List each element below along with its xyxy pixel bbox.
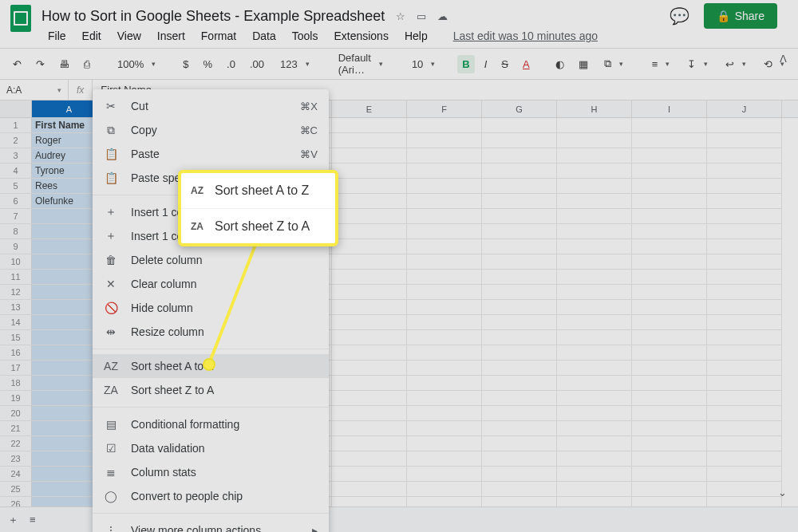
cell[interactable] [482, 391, 557, 406]
cell[interactable] [407, 451, 482, 467]
cell[interactable] [632, 239, 707, 254]
cell[interactable] [332, 209, 407, 224]
borders-button[interactable]: ▦ [574, 55, 593, 73]
cell[interactable] [482, 345, 557, 361]
ctx-hide-column[interactable]: 🚫Hide column [93, 296, 329, 320]
callout-sort-sheet-a-to-z[interactable]: A͏ZSort sheet A to Z [181, 173, 335, 208]
cell[interactable] [332, 391, 407, 406]
cell[interactable] [332, 315, 407, 330]
row-header[interactable]: 25 [0, 482, 32, 497]
last-edit-link[interactable]: Last edit was 10 minutes ago [447, 26, 604, 45]
row-header[interactable]: 19 [0, 391, 32, 406]
halign-button[interactable]: ≡ [646, 55, 677, 73]
cell[interactable] [707, 224, 782, 239]
cell[interactable] [482, 148, 557, 164]
cell[interactable] [407, 376, 482, 391]
cell[interactable] [557, 421, 632, 436]
redo-icon[interactable]: ↷ [31, 55, 49, 73]
col-header-G[interactable]: G [482, 100, 557, 117]
font-select[interactable]: Default (Ari… [332, 49, 389, 79]
cell[interactable] [557, 391, 632, 406]
cell[interactable] [332, 345, 407, 361]
ctx-conditional-formatting[interactable]: ▤Conditional formatting [93, 412, 329, 436]
col-header-F[interactable]: F [407, 100, 482, 117]
cell[interactable] [482, 330, 557, 345]
cell[interactable] [482, 224, 557, 239]
cell[interactable] [557, 179, 632, 194]
cell[interactable] [707, 482, 782, 497]
menu-edit[interactable]: Edit [76, 26, 108, 45]
explore-button[interactable]: ⌄ [778, 487, 787, 499]
menu-format[interactable]: Format [195, 26, 243, 45]
cell[interactable] [482, 164, 557, 179]
merge-button[interactable]: ⧉ [598, 54, 630, 73]
ctx-clear-column[interactable]: ✕Clear column [93, 272, 329, 296]
cell[interactable] [707, 118, 782, 133]
cell[interactable] [632, 345, 707, 361]
cell[interactable] [332, 300, 407, 315]
percent-format[interactable]: % [198, 55, 217, 73]
row-header[interactable]: 6 [0, 194, 32, 209]
cell[interactable] [632, 391, 707, 406]
add-sheet-button[interactable]: ＋ [8, 513, 18, 527]
cell[interactable] [632, 330, 707, 345]
cell[interactable] [332, 406, 407, 421]
menu-help[interactable]: Help [398, 26, 434, 45]
cell[interactable] [332, 330, 407, 345]
menu-view[interactable]: View [111, 26, 148, 45]
share-button[interactable]: 🔒 Share [704, 3, 777, 29]
ctx-cut[interactable]: ✂Cut⌘X [93, 94, 329, 118]
cell[interactable] [707, 315, 782, 330]
cell[interactable] [482, 209, 557, 224]
cell[interactable] [332, 451, 407, 467]
cell[interactable] [332, 164, 407, 179]
bold-button[interactable]: B [457, 55, 474, 73]
cell[interactable] [707, 345, 782, 361]
cell[interactable] [407, 254, 482, 270]
cell[interactable] [407, 239, 482, 254]
col-header-J[interactable]: J [707, 100, 782, 117]
cell[interactable] [707, 391, 782, 406]
star-icon[interactable]: ☆ [396, 10, 405, 22]
cell[interactable] [707, 254, 782, 270]
cell[interactable] [482, 482, 557, 497]
cell[interactable] [557, 376, 632, 391]
row-header[interactable]: 8 [0, 224, 32, 239]
cell[interactable] [557, 239, 632, 254]
menu-extensions[interactable]: Extensions [327, 26, 394, 45]
cell[interactable] [557, 436, 632, 451]
cell[interactable] [482, 361, 557, 376]
cell[interactable] [482, 406, 557, 421]
cell[interactable] [407, 300, 482, 315]
cell[interactable] [332, 421, 407, 436]
cell[interactable] [707, 270, 782, 285]
cell[interactable] [707, 148, 782, 164]
row-header[interactable]: 12 [0, 285, 32, 300]
collapse-toolbar-icon[interactable]: ᐱ [780, 53, 787, 65]
text-color-button[interactable]: A [518, 55, 535, 73]
cell[interactable] [632, 118, 707, 133]
cell[interactable] [632, 270, 707, 285]
cell[interactable] [332, 224, 407, 239]
cell[interactable] [632, 436, 707, 451]
cell[interactable] [707, 300, 782, 315]
cell[interactable] [632, 148, 707, 164]
print-icon[interactable]: 🖶 [54, 55, 74, 73]
row-header[interactable]: 5 [0, 179, 32, 194]
font-size-select[interactable]: 10 [405, 55, 441, 73]
cell[interactable] [557, 330, 632, 345]
cell[interactable] [332, 376, 407, 391]
wrap-button[interactable]: ↩ [719, 55, 753, 73]
cell[interactable] [707, 239, 782, 254]
cell[interactable] [482, 436, 557, 451]
cell[interactable] [407, 467, 482, 482]
cell[interactable] [407, 194, 482, 209]
cell[interactable] [407, 209, 482, 224]
cell[interactable] [707, 164, 782, 179]
cell[interactable] [707, 421, 782, 436]
valign-button[interactable]: ↧ [681, 55, 714, 73]
cell[interactable] [407, 436, 482, 451]
cell[interactable] [407, 315, 482, 330]
cell[interactable] [332, 239, 407, 254]
cell[interactable] [557, 315, 632, 330]
